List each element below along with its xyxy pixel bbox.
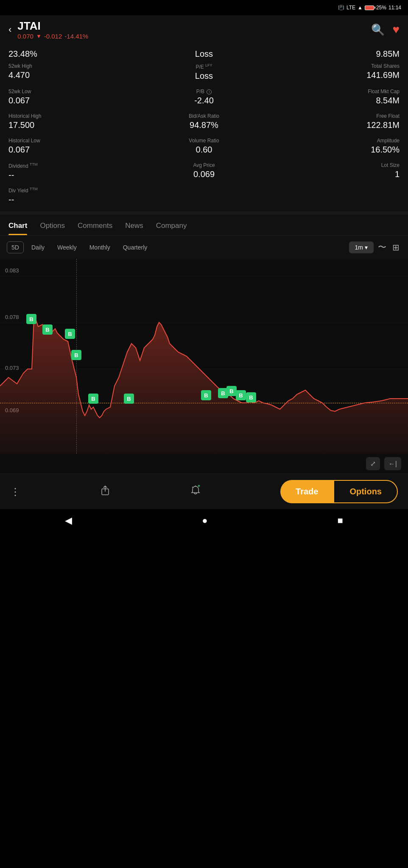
current-price: 0.070	[17, 33, 34, 40]
stat-vol-ratio: Volume Ratio 0.60	[139, 138, 269, 155]
system-back-button[interactable]: ◀	[65, 515, 72, 526]
chart-marker-b-5[interactable]: B	[88, 394, 98, 404]
lte-label: LTE	[347, 5, 355, 11]
interval-chevron-icon: ▾	[365, 244, 368, 251]
chart-controls: 5D Daily Weekly Monthly Quarterly 1m ▾ 〜…	[0, 236, 408, 259]
tab-bar: Chart Options Comments News Company	[0, 215, 408, 236]
status-bar: 📳 LTE ▲ 25% 11:14	[0, 0, 408, 15]
stat-volume-value: 9.85M	[269, 49, 400, 59]
stat-dividend-label: Dividend TTM	[8, 162, 139, 169]
stat-pb: P/B i -2.40	[139, 89, 269, 105]
stat-hist-high-value: 17.500	[8, 120, 139, 130]
stat-free-float: Free Float 122.81M	[269, 113, 400, 130]
stat-div-yield-value: --	[8, 195, 400, 205]
header-right: 🔍 ♥	[371, 23, 400, 36]
stat-float-mkt-cap-label: Float Mkt Cap	[269, 89, 400, 94]
stat-loss-label: Loss	[139, 49, 269, 59]
chart-expand-button[interactable]: ⤢	[366, 457, 380, 470]
period-monthly-button[interactable]: Monthly	[84, 241, 115, 253]
chart-marker-b-6[interactable]: B	[124, 394, 134, 404]
stat-amplitude-value: 16.50%	[269, 145, 400, 155]
chart-collapse-button[interactable]: ←|	[384, 457, 401, 470]
favorite-button[interactable]: ♥	[392, 23, 400, 36]
period-weekly-button[interactable]: Weekly	[52, 241, 82, 253]
chart-marker-b-1[interactable]: B	[26, 314, 36, 324]
tab-comments[interactable]: Comments	[78, 215, 112, 235]
stat-pe: P/E LFY Loss	[139, 63, 269, 81]
tab-company[interactable]: Company	[156, 215, 187, 235]
stat-avg-price-label: Avg Price	[139, 162, 269, 168]
stat-vol-ratio-label: Volume Ratio	[139, 138, 269, 144]
share-button[interactable]	[99, 485, 111, 499]
section-divider	[0, 211, 408, 215]
stat-52wk-low-value: 0.067	[8, 96, 139, 105]
options-trade-button[interactable]: Options	[333, 480, 398, 503]
system-home-button[interactable]: ●	[202, 515, 207, 526]
header: ‹ JTAI 0.070 ▼ -0.012 -14.41% 🔍 ♥	[0, 15, 408, 44]
battery-icon	[365, 6, 374, 10]
stat-bid-ask-value: 94.87%	[139, 120, 269, 130]
stat-total-shares-label: Total Shares	[269, 63, 400, 69]
chart-marker-b-7[interactable]: B	[201, 390, 211, 400]
stat-hist-low-label: Historical Low	[8, 138, 139, 144]
tab-chart[interactable]: Chart	[8, 215, 27, 235]
chart-marker-b-3[interactable]: B	[65, 329, 75, 339]
chart-marker-b-11[interactable]: B	[246, 392, 256, 402]
back-button[interactable]: ‹	[8, 24, 11, 35]
stat-total-shares-value: 141.69M	[269, 70, 400, 80]
period-5d-button[interactable]: 5D	[7, 241, 24, 253]
tab-options[interactable]: Options	[40, 215, 65, 235]
stats-section: 23.48% Loss 9.85M 52wk High 4.470 P/E LF…	[0, 44, 408, 211]
stat-pb-label: P/B i	[139, 89, 269, 94]
chart-marker-b-2[interactable]: B	[42, 324, 53, 335]
stat-lot-size-label: Lot Size	[269, 162, 400, 168]
period-daily-button[interactable]: Daily	[26, 241, 50, 253]
ticker-symbol: JTAI	[17, 19, 88, 33]
stat-pb-value: -2.40	[139, 96, 269, 105]
ticker-price-row: 0.070 ▼ -0.012 -14.41%	[17, 33, 88, 40]
stat-52wk-low: 52wk Low 0.067	[8, 89, 139, 105]
stat-hist-high: Historical High 17.500	[8, 113, 139, 130]
ticker-info: JTAI 0.070 ▼ -0.012 -14.41%	[17, 19, 88, 40]
svg-line-2	[192, 487, 193, 488]
price-change-pct: -14.41%	[64, 33, 88, 40]
stat-52wk-low-label: 52wk Low	[8, 89, 139, 94]
stat-hist-low: Historical Low 0.067	[8, 138, 139, 155]
chart-area: 0.083 0.078 0.073 0.069 B B B B B B B B …	[0, 259, 408, 454]
chart-marker-b-9[interactable]: B	[226, 386, 237, 396]
system-recent-button[interactable]: ■	[338, 515, 343, 526]
more-options-button[interactable]: ⋮	[10, 486, 20, 498]
stat-hist-low-value: 0.067	[8, 145, 139, 155]
stat-amplitude-label: Amplitude	[269, 138, 400, 144]
chart-indicators-button[interactable]: ⊞	[391, 241, 401, 254]
vibrate-icon: 📳	[338, 5, 344, 11]
price-arrow-icon: ▼	[36, 33, 42, 39]
stat-52wk-high-value: 4.470	[8, 70, 139, 80]
stat-52wk-high: 52wk High 4.470	[8, 63, 139, 81]
interval-label: 1m	[355, 244, 363, 251]
stat-hist-high-label: Historical High	[8, 113, 139, 119]
trade-button[interactable]: Trade	[280, 480, 333, 503]
stat-dividend-value: --	[8, 170, 139, 180]
stat-free-float-label: Free Float	[269, 113, 400, 119]
battery-pct: 25%	[376, 5, 386, 11]
system-nav: ◀ ● ■	[0, 509, 408, 532]
search-button[interactable]: 🔍	[371, 23, 385, 36]
interval-dropdown-button[interactable]: 1m ▾	[349, 241, 374, 253]
header-left: ‹ JTAI 0.070 ▼ -0.012 -14.41%	[8, 19, 88, 40]
stat-52wk-high-label: 52wk High	[8, 63, 139, 69]
stats-row-0: 23.48% Loss 9.85M	[8, 49, 400, 59]
stat-total-shares: Total Shares 141.69M	[269, 63, 400, 81]
chart-marker-b-4[interactable]: B	[71, 350, 81, 360]
stat-bid-ask: Bid/Ask Ratio 94.87%	[139, 113, 269, 130]
chart-type-line-button[interactable]: 〜	[376, 240, 388, 255]
period-quarterly-button[interactable]: Quarterly	[118, 241, 153, 253]
stat-bid-ask-label: Bid/Ask Ratio	[139, 113, 269, 119]
alert-button[interactable]	[190, 485, 201, 499]
tab-news[interactable]: News	[125, 215, 143, 235]
chart-marker-b-10[interactable]: B	[236, 390, 246, 400]
stat-vol-ratio-value: 0.60	[139, 145, 269, 155]
stat-avg-price-value: 0.069	[139, 169, 269, 179]
stat-free-float-value: 122.81M	[269, 120, 400, 130]
stat-lot-size: Lot Size 1	[269, 162, 400, 180]
